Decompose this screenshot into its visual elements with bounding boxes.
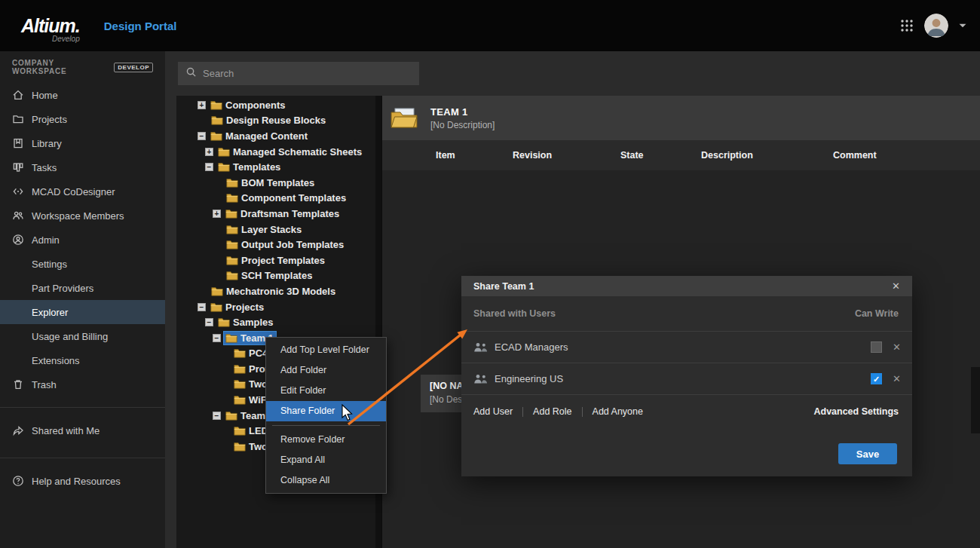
menu-item-share-folder[interactable]: Share Folder xyxy=(266,401,386,421)
tree-item-component-templates[interactable]: Component Templates xyxy=(176,191,381,207)
remove-icon[interactable]: ✕ xyxy=(893,373,900,384)
tree-item-managed-content[interactable]: −Managed Content xyxy=(176,128,381,144)
add-anyone-link[interactable]: Add Anyone xyxy=(593,406,643,417)
collapse-icon[interactable]: − xyxy=(205,163,213,171)
tree-item-templates[interactable]: −Templates xyxy=(176,159,381,175)
close-icon[interactable]: ✕ xyxy=(890,280,902,292)
sidebar-item-label: Library xyxy=(32,138,62,149)
sidebar-item-label: Admin xyxy=(32,234,60,246)
folder-icon xyxy=(218,317,230,327)
sidebar-item-library[interactable]: Library xyxy=(0,131,165,155)
sidebar-nav: HomeProjectsLibraryTasksMCAD CoDesignerW… xyxy=(0,83,165,396)
menu-item-add-top-level-folder[interactable]: Add Top Level Folder xyxy=(266,340,386,360)
sidebar-item-usage-and-billing[interactable]: Usage and Billing xyxy=(0,324,165,348)
avatar[interactable] xyxy=(924,14,948,38)
menu-item-collapse-all[interactable]: Collapse All xyxy=(266,470,386,491)
folder-icon xyxy=(218,147,230,157)
tree-item-projects[interactable]: −Projects xyxy=(176,299,381,315)
sidebar-secondary: Shared with Me xyxy=(0,418,165,442)
menu-item-expand-all[interactable]: Expand All xyxy=(266,450,386,470)
collapse-icon[interactable]: − xyxy=(213,412,221,420)
chevron-down-icon[interactable] xyxy=(959,23,966,28)
sidebar-item-admin[interactable]: Admin xyxy=(0,228,165,252)
share-row: Engineering US✕ xyxy=(461,363,912,395)
sidebar-item-mcad-codesigner[interactable]: MCAD CoDesigner xyxy=(0,179,165,204)
logo-text: Altium. xyxy=(21,15,80,36)
sidebar-footer: Help and Resources xyxy=(0,469,165,493)
workspace-label: COMPANY WORKSPACE xyxy=(12,59,108,75)
tree-item-label: SCH Templates xyxy=(241,270,312,281)
sidebar-item-label: Part Providers xyxy=(32,283,93,294)
column-header-item[interactable]: Item xyxy=(436,150,455,161)
sidebar-item-projects[interactable]: Projects xyxy=(0,107,165,131)
tree-item-samples[interactable]: −Samples xyxy=(176,314,381,330)
sidebar-item-label: MCAD CoDesigner xyxy=(32,186,115,197)
column-header-description[interactable]: Description xyxy=(701,150,753,161)
tree-item-sch-templates[interactable]: SCH Templates xyxy=(176,268,381,284)
save-button[interactable]: Save xyxy=(838,443,897,464)
tree-item-components[interactable]: +Components xyxy=(176,97,381,113)
expand-icon[interactable]: + xyxy=(205,148,213,156)
sidebar-item-label: Usage and Billing xyxy=(32,331,108,342)
can-write-checkbox[interactable] xyxy=(871,341,882,353)
expand-icon[interactable]: + xyxy=(213,210,221,218)
sidebar-item-label: Shared with Me xyxy=(32,425,100,436)
collapse-icon[interactable]: − xyxy=(198,132,206,140)
add-role-link[interactable]: Add Role xyxy=(533,406,571,417)
tree-item-bom-templates[interactable]: BOM Templates xyxy=(176,175,381,191)
sidebar-item-extensions[interactable]: Extensions xyxy=(0,348,165,372)
menu-item-add-folder[interactable]: Add Folder xyxy=(266,360,386,381)
altium-logo[interactable]: Altium. Develop xyxy=(21,15,80,37)
folder-icon xyxy=(234,364,246,374)
sidebar-item-help-and-resources[interactable]: Help and Resources xyxy=(0,469,165,493)
tree-item-label: Design Reuse Blocks xyxy=(226,115,326,126)
menu-item-edit-folder[interactable]: Edit Folder xyxy=(266,381,386,401)
folder-icon xyxy=(225,209,237,219)
folder-icon xyxy=(226,178,238,188)
tree-item-content: Managed Content xyxy=(209,130,310,142)
tree-item-label: Managed Content xyxy=(225,130,308,142)
tree-item-managed-schematic-sheets[interactable]: +Managed Schematic Sheets xyxy=(176,144,381,160)
folder-description: [No Description] xyxy=(430,120,495,130)
trash-icon xyxy=(12,378,25,391)
collapse-icon[interactable]: − xyxy=(198,303,206,311)
column-header-comment[interactable]: Comment xyxy=(833,150,877,161)
sidebar-item-trash[interactable]: Trash xyxy=(0,372,165,396)
folder-icon xyxy=(211,115,223,125)
sidebar-item-workspace-members[interactable]: Workspace Members xyxy=(0,204,165,228)
collapse-icon[interactable]: − xyxy=(213,334,221,342)
sidebar-item-tasks[interactable]: Tasks xyxy=(0,155,165,179)
can-write-checkbox[interactable] xyxy=(871,373,882,384)
sidebar-item-settings[interactable]: Settings xyxy=(0,252,165,276)
sidebar-item-shared-with-me[interactable]: Shared with Me xyxy=(0,418,165,442)
search-input[interactable] xyxy=(203,68,412,79)
advanced-settings-link[interactable]: Advanced Settings xyxy=(813,406,899,417)
table-header: ItemRevisionStateDescriptionComment xyxy=(382,140,980,170)
apps-grid-icon[interactable] xyxy=(900,19,914,32)
action-separator xyxy=(582,407,583,417)
menu-item-remove-folder[interactable]: Remove Folder xyxy=(266,430,386,450)
remove-icon[interactable]: ✕ xyxy=(893,341,900,353)
column-header-revision[interactable]: Revision xyxy=(513,150,552,161)
tree-item-mechatronic-3d-models[interactable]: Mechatronic 3D Models xyxy=(176,283,381,299)
tree-item-draftsman-templates[interactable]: +Draftsman Templates xyxy=(176,206,381,222)
sidebar-item-explorer[interactable]: Explorer xyxy=(0,300,165,324)
tree-item-label: Draftsman Templates xyxy=(240,208,339,219)
sidebar-item-home[interactable]: Home xyxy=(0,83,165,107)
tree-item-label: Components xyxy=(225,99,285,111)
tree-item-design-reuse-blocks[interactable]: Design Reuse Blocks xyxy=(176,113,381,129)
column-header-state[interactable]: State xyxy=(620,150,644,161)
tree-item-label: Project Templates xyxy=(241,255,325,266)
tree-item-label: Mechatronic 3D Models xyxy=(226,286,335,297)
expand-icon[interactable]: + xyxy=(198,101,206,109)
tree-item-layer-stacks[interactable]: Layer Stacks xyxy=(176,222,381,237)
tree-item-output-job-templates[interactable]: Output Job Templates xyxy=(176,237,381,253)
sidebar-item-label: Tasks xyxy=(32,162,57,173)
content-scrollbar[interactable] xyxy=(971,367,980,433)
sidebar-item-part-providers[interactable]: Part Providers xyxy=(0,276,165,300)
tree-item-project-templates[interactable]: Project Templates xyxy=(176,253,381,268)
collapse-icon[interactable]: − xyxy=(205,318,213,326)
dialog-titlebar[interactable]: Share Team 1 ✕ xyxy=(461,276,912,296)
add-user-link[interactable]: Add User xyxy=(473,406,513,417)
portal-title: Design Portal xyxy=(104,20,177,32)
